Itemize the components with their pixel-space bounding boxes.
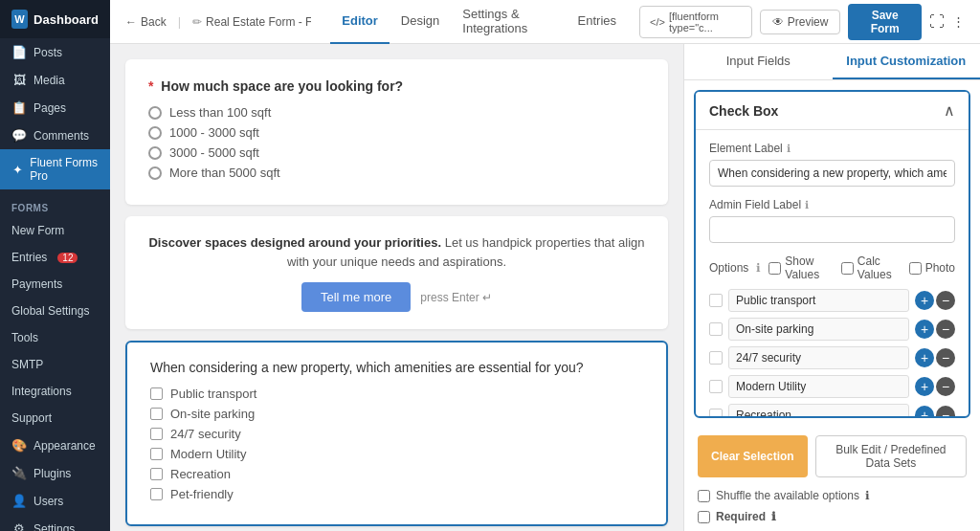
sidebar-item-settings[interactable]: ⚙ Settings [0,515,110,531]
shortcode-button[interactable]: </> [fluentform type="c... [639,6,752,38]
shortcode-icon: </> [650,16,665,28]
option-add-button-3[interactable]: + [915,348,934,367]
global-settings-label: Global Settings [11,304,89,318]
sidebar-item-tools[interactable]: Tools [0,324,110,351]
checkbox-option-2: On-site parking [150,407,643,421]
comments-icon: 💬 [11,128,27,143]
element-label-info-icon[interactable]: ℹ [787,143,791,155]
shuffle-label: Shuffle the available options [716,489,859,502]
option-add-button-5[interactable]: + [915,406,934,418]
form-title-breadcrumb[interactable]: ✏ Real Estate Form - Fl... [192,15,311,29]
show-values-checkbox[interactable] [768,262,781,275]
option-check-icon [709,409,723,418]
sidebar-section-forms: Forms [0,189,110,217]
entries-badge: 12 [57,253,78,263]
option-remove-button-2[interactable]: − [936,320,955,339]
tab-editor[interactable]: Editor [330,0,390,44]
tell-me-more-button[interactable]: Tell me more [301,282,411,312]
checkbox-question: When considering a new property, which a… [150,360,643,375]
more-icon[interactable]: ⋮ [952,14,965,29]
fluent-icon: ✦ [11,163,23,177]
option-btns-2: + − [915,320,955,339]
option-check-icon [709,380,723,393]
shortcode-text: [fluentform type="c... [669,11,742,33]
sidebar-item-comments[interactable]: 💬 Comments [0,122,110,149]
option-add-button-1[interactable]: + [915,291,934,310]
clear-selection-button[interactable]: Clear Selection [698,435,808,477]
option-input-5[interactable] [728,404,909,418]
option-remove-button-5[interactable]: − [936,406,955,418]
required-star: * [148,78,153,94]
cb-collapse-icon[interactable]: ∧ [944,101,955,120]
tab-design[interactable]: Design [390,0,451,44]
sidebar-item-plugins[interactable]: 🔌 Plugins [0,459,110,487]
checkbox-sq-icon [150,468,163,480]
radio-circle-icon [148,126,162,140]
radio-circle-icon [148,106,162,120]
settings-icon: ⚙ [11,521,27,531]
support-label: Support [11,411,52,425]
options-info-icon[interactable]: ℹ [756,261,761,275]
sidebar-item-label: Media [33,74,65,87]
sidebar-item-appearance[interactable]: 🎨 Appearance [0,431,110,459]
sidebar-item-integrations[interactable]: Integrations [0,378,110,405]
admin-field-info-icon[interactable]: ℹ [805,199,809,211]
option-add-button-2[interactable]: + [915,320,934,339]
sidebar-item-entries[interactable]: Entries 12 [0,244,110,271]
option-input-4[interactable] [728,375,909,398]
settings-label: Settings [33,522,75,532]
option-input-2[interactable] [728,318,909,341]
checkbox-form-block: When considering a new property, which a… [125,341,668,526]
tab-settings-integrations[interactable]: Settings & Integrations [451,0,566,44]
sidebar-item-pages[interactable]: 📋 Pages [0,94,110,122]
sidebar-item-users[interactable]: 👤 Users [0,487,110,515]
sidebar-item-payments[interactable]: Payments [0,271,110,298]
show-values-label[interactable]: Show Values [768,254,834,281]
tab-entries[interactable]: Entries [567,0,628,44]
shuffle-info-icon[interactable]: ℹ [865,489,870,502]
admin-field-label-input[interactable] [709,216,955,243]
shuffle-row: Shuffle the available options ℹ [684,489,980,510]
new-form-label: New Form [11,224,64,237]
sidebar-item-posts[interactable]: 📄 Posts [0,38,110,66]
option-remove-button-3[interactable]: − [936,348,955,367]
preview-button[interactable]: 👁 Preview [760,10,841,34]
required-info-icon[interactable]: ℹ [771,510,776,523]
option-add-button-4[interactable]: + [915,377,934,396]
calc-values-label[interactable]: Calc Values [841,254,902,281]
sidebar-item-media[interactable]: 🖼 Media [0,66,110,94]
sidebar-item-global-settings[interactable]: Global Settings [0,298,110,324]
checkbox-option-6: Pet-friendly [150,487,643,501]
sidebar-logo[interactable]: W Dashboard [0,0,110,38]
option-input-1[interactable] [728,289,909,312]
sidebar-item-fluent[interactable]: ✦ Fluent Forms Pro [0,149,110,189]
admin-field-label-row: Admin Field Label ℹ [709,198,955,243]
sidebar-item-new-form[interactable]: New Form [0,217,110,244]
radio-question: * How much space are you looking for? [148,78,645,94]
photo-checkbox[interactable] [909,262,922,275]
required-checkbox[interactable] [698,511,710,523]
tab-input-fields[interactable]: Input Fields [684,44,833,79]
cta-btn-row: Tell me more press Enter ↵ [148,282,645,312]
tab-input-customization[interactable]: Input Customization [833,44,981,79]
shuffle-checkbox[interactable] [698,490,710,502]
expand-icon[interactable]: ⛶ [929,13,945,31]
cb-body: Element Label ℹ Admin Field Label ℹ [696,130,969,418]
option-input-3[interactable] [728,346,909,369]
appearance-label: Appearance [33,439,96,453]
option-remove-button-1[interactable]: − [936,291,955,310]
checkbox-option-5: Recreation [150,467,643,481]
topbar: ← Back | ✏ Real Estate Form - Fl... Edit… [110,0,980,44]
integrations-label: Integrations [11,385,72,398]
sidebar-item-smtp[interactable]: SMTP [0,351,110,378]
option-remove-button-4[interactable]: − [936,377,955,396]
plugins-label: Plugins [33,467,71,480]
sidebar-item-support[interactable]: Support [0,405,110,431]
photo-label[interactable]: Photo [909,261,955,275]
calc-values-checkbox[interactable] [841,262,854,275]
topbar-tabs: Editor Design Settings & Integrations En… [330,0,628,44]
back-button[interactable]: ← Back [125,15,167,29]
bulk-edit-button[interactable]: Bulk Edit / Predefined Data Sets [815,435,967,477]
element-label-input[interactable] [709,160,955,187]
save-form-button[interactable]: Save Form [848,4,922,40]
